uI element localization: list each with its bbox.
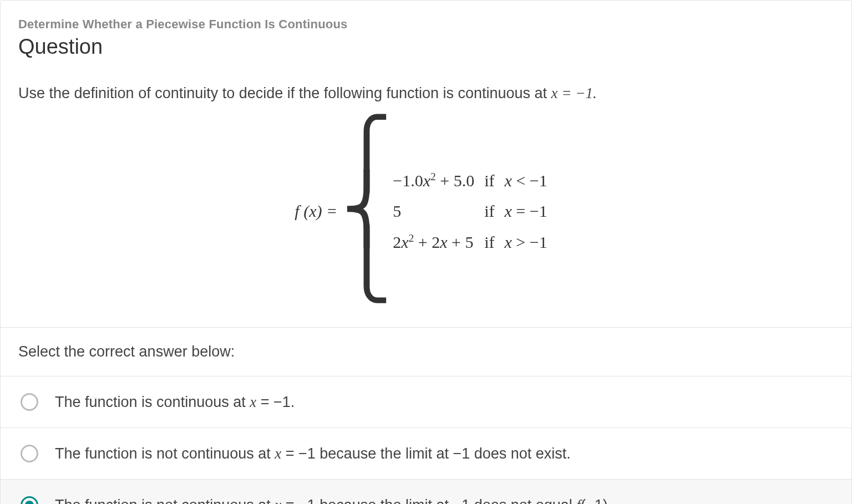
radio-dot-icon bbox=[25, 501, 34, 504]
question-card: Determine Whether a Piecewise Function I… bbox=[0, 0, 852, 504]
piecewise-expr: 5 bbox=[393, 196, 484, 227]
piecewise-row: 2x2 + 2x + 5 if x > −1 bbox=[393, 227, 557, 258]
if-word: if bbox=[484, 196, 504, 227]
topic-label: Determine Whether a Piecewise Function I… bbox=[18, 17, 834, 32]
piecewise-row: 5 if x = −1 bbox=[393, 196, 557, 227]
prompt-math: x = −1. bbox=[551, 85, 597, 101]
answer-text: The function is not continuous at x = −1… bbox=[55, 445, 571, 462]
radio-icon bbox=[21, 393, 38, 411]
piecewise-cond: x > −1 bbox=[504, 227, 557, 258]
answer-text: The function is continuous at x = −1. bbox=[55, 394, 295, 411]
radio-icon bbox=[21, 496, 38, 504]
if-word: if bbox=[484, 227, 504, 258]
piecewise-expr: 2x2 + 2x + 5 bbox=[393, 227, 484, 258]
prompt-text: Use the definition of continuity to deci… bbox=[18, 85, 551, 101]
if-word: if bbox=[484, 165, 504, 196]
brace-icon: ⎧⎨⎩ bbox=[342, 126, 392, 293]
question-prompt: Use the definition of continuity to deci… bbox=[18, 83, 834, 104]
piecewise-display: f (x) = ⎧⎨⎩ −1.0x2 + 5.0 if x < −1 5 if … bbox=[18, 128, 834, 295]
question-title: Question bbox=[18, 35, 834, 59]
radio-icon bbox=[21, 445, 38, 462]
piecewise-lhs: f (x) = bbox=[295, 202, 341, 221]
question-header: Determine Whether a Piecewise Function I… bbox=[1, 1, 851, 328]
piecewise-cases: −1.0x2 + 5.0 if x < −1 5 if x = −1 2x2 +… bbox=[393, 165, 557, 258]
select-instruction: Select the correct answer below: bbox=[1, 328, 851, 376]
piecewise-cond: x < −1 bbox=[504, 165, 557, 196]
piecewise-cond: x = −1 bbox=[504, 196, 557, 227]
piecewise-expr: −1.0x2 + 5.0 bbox=[393, 165, 484, 196]
piecewise-row: −1.0x2 + 5.0 if x < −1 bbox=[393, 165, 557, 196]
answer-text: The function is not continuous at x = −1… bbox=[55, 497, 612, 504]
answer-option-3[interactable]: The function is not continuous at x = −1… bbox=[1, 480, 851, 504]
answer-option-2[interactable]: The function is not continuous at x = −1… bbox=[1, 428, 851, 480]
answer-option-1[interactable]: The function is continuous at x = −1. bbox=[1, 376, 851, 428]
